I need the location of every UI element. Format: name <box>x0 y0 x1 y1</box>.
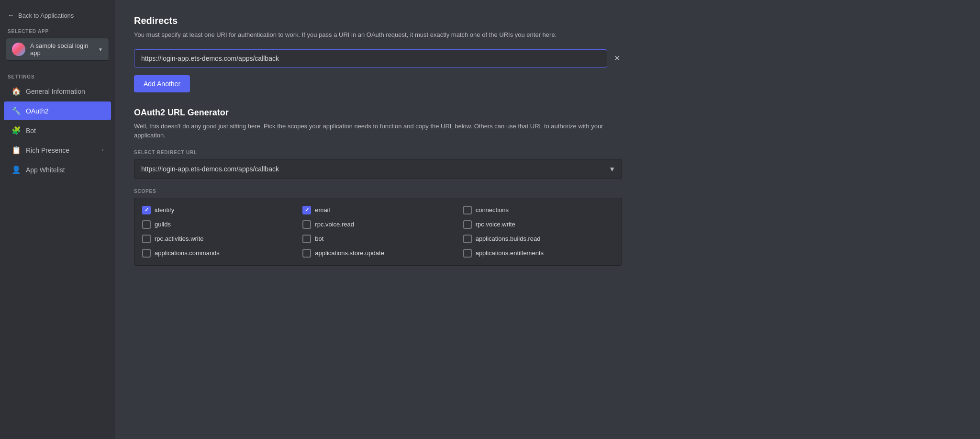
app-selector[interactable]: A sample social login app ▼ <box>6 38 109 61</box>
scope-item-applications-commands[interactable]: applications.commands <box>142 249 293 258</box>
selected-app-label: SELECTED APP <box>0 29 115 38</box>
scope-checkbox-rpc-activities-write[interactable] <box>142 235 151 243</box>
back-link-label: Back to Applications <box>18 12 74 19</box>
app-name: A sample social login app <box>30 42 93 56</box>
scopes-label: SCOPES <box>134 189 961 194</box>
scopes-box: identify email connections guilds rpc.vo… <box>134 198 622 266</box>
nav-item-app-whitelist-label: App Whitelist <box>26 166 103 174</box>
nav-item-general-label: General Information <box>26 88 103 95</box>
sidebar-item-general[interactable]: 🏠 General Information <box>4 82 111 101</box>
home-icon: 🏠 <box>11 87 21 96</box>
scope-checkbox-applications-store-update[interactable] <box>302 249 311 258</box>
nav-item-oauth2-label: OAuth2 <box>26 107 103 115</box>
scope-checkbox-rpc-voice-write[interactable] <box>463 220 472 229</box>
add-another-button[interactable]: Add Another <box>134 75 190 92</box>
settings-section-label: SETTINGS <box>0 70 115 81</box>
scope-checkbox-bot[interactable] <box>302 235 311 243</box>
scope-checkbox-applications-commands[interactable] <box>142 249 151 258</box>
back-to-applications-link[interactable]: ← Back to Applications <box>0 8 115 23</box>
scope-label-applications-builds-read: applications.builds.read <box>476 235 541 242</box>
scope-checkbox-applications-entitlements[interactable] <box>463 249 472 258</box>
scope-label-applications-entitlements: applications.entitlements <box>476 249 544 257</box>
scope-item-applications-store-update[interactable]: applications.store.update <box>302 249 453 258</box>
scope-item-guilds[interactable]: guilds <box>142 220 293 229</box>
select-redirect-label: SELECT REDIRECT URL <box>134 150 961 155</box>
sidebar: ← Back to Applications SELECTED APP A sa… <box>0 0 115 439</box>
nav-item-bot-label: Bot <box>26 127 103 135</box>
scope-item-email[interactable]: email <box>302 206 453 214</box>
scope-label-guilds: guilds <box>155 221 171 228</box>
scope-label-bot: bot <box>315 235 323 242</box>
redirect-input-row: ✕ <box>134 49 622 68</box>
scope-label-rpc-activities-write: rpc.activities.write <box>155 235 204 242</box>
scope-label-email: email <box>315 206 330 214</box>
dropdown-arrow-icon: ▼ <box>98 47 103 52</box>
scope-label-rpc-voice-read: rpc.voice.read <box>315 221 354 228</box>
scope-checkbox-identify[interactable] <box>142 206 151 214</box>
scope-label-identify: identify <box>155 206 174 214</box>
scope-label-applications-commands: applications.commands <box>155 249 220 257</box>
sidebar-item-bot[interactable]: 🧩 Bot <box>4 121 111 140</box>
scope-item-rpc-voice-write[interactable]: rpc.voice.write <box>463 220 614 229</box>
url-generator-description: Well, this doesn't do any good just sitt… <box>134 122 622 140</box>
scope-item-applications-builds-read[interactable]: applications.builds.read <box>463 235 614 243</box>
sidebar-item-rich-presence[interactable]: 📋 Rich Presence › <box>4 141 111 159</box>
sidebar-item-app-whitelist[interactable]: 👤 App Whitelist <box>4 160 111 179</box>
scope-label-connections: connections <box>476 206 509 214</box>
scope-label-applications-store-update: applications.store.update <box>315 249 384 257</box>
wrench-icon: 🔧 <box>11 106 21 115</box>
scope-item-applications-entitlements[interactable]: applications.entitlements <box>463 249 614 258</box>
app-avatar <box>12 43 25 56</box>
redirects-title: Redirects <box>134 15 961 26</box>
scope-item-rpc-voice-read[interactable]: rpc.voice.read <box>302 220 453 229</box>
back-arrow-icon: ← <box>8 11 14 19</box>
puzzle-icon: 🧩 <box>11 126 21 135</box>
scope-checkbox-connections[interactable] <box>463 206 472 214</box>
scope-item-rpc-activities-write[interactable]: rpc.activities.write <box>142 235 293 243</box>
scope-checkbox-email[interactable] <box>302 206 311 214</box>
redirect-select-wrapper: https://login-app.ets-demos.com/apps/cal… <box>134 159 622 179</box>
document-icon: 📋 <box>11 146 21 155</box>
redirect-uri-input[interactable] <box>134 49 607 68</box>
chevron-right-icon: › <box>102 147 103 153</box>
redirects-description: You must specify at least one URI for au… <box>134 30 622 40</box>
scope-checkbox-guilds[interactable] <box>142 220 151 229</box>
scope-item-bot[interactable]: bot <box>302 235 453 243</box>
person-icon: 👤 <box>11 165 21 174</box>
scope-item-connections[interactable]: connections <box>463 206 614 214</box>
scope-item-identify[interactable]: identify <box>142 206 293 214</box>
url-generator-title: OAuth2 URL Generator <box>134 108 961 118</box>
scopes-grid: identify email connections guilds rpc.vo… <box>142 206 614 258</box>
clear-redirect-button[interactable]: ✕ <box>612 52 622 65</box>
scope-label-rpc-voice-write: rpc.voice.write <box>476 221 515 228</box>
nav-item-rich-presence-label: Rich Presence <box>26 146 97 154</box>
scope-checkbox-rpc-voice-read[interactable] <box>302 220 311 229</box>
main-content: Redirects You must specify at least one … <box>115 0 980 439</box>
redirect-url-select[interactable]: https://login-app.ets-demos.com/apps/cal… <box>134 159 622 179</box>
scope-checkbox-applications-builds-read[interactable] <box>463 235 472 243</box>
sidebar-item-oauth2[interactable]: 🔧 OAuth2 <box>4 101 111 120</box>
